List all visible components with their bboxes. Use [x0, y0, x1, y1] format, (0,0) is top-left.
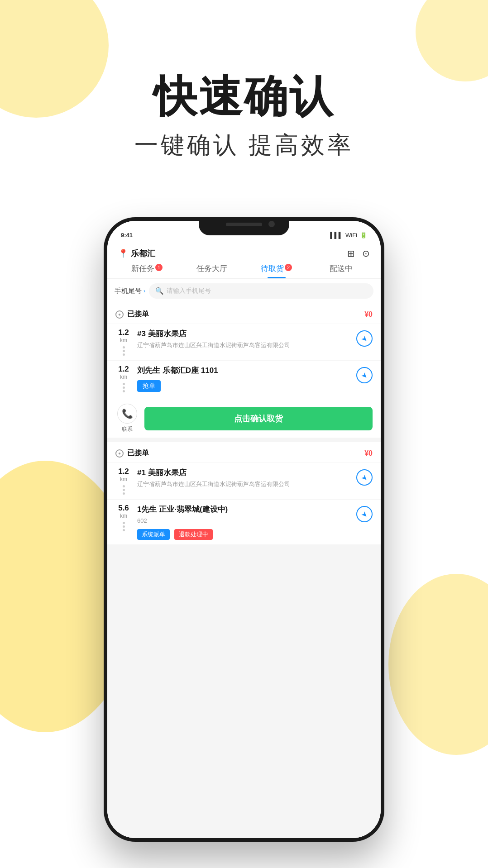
search-placeholder: 请输入手机尾号	[167, 287, 211, 295]
distance-col-2-2: 5.6 km	[115, 504, 132, 531]
distance-col-1-1: 1.2 km	[115, 329, 132, 356]
route-dots-2-2	[115, 522, 132, 531]
tag-system-dispatch: 系统派单	[137, 529, 170, 540]
fullscreen-icon[interactable]: ⊞	[347, 248, 355, 259]
nav-icon-1-1[interactable]: ➤	[356, 330, 373, 347]
screen-content: 9:41 ▌▌▌ WiFi 🔋 📍 乐都汇 ⊞ ⊙	[107, 221, 381, 838]
section-amount-2: ¥0	[364, 449, 373, 458]
hero-section: 快速确认 一键确认 提高效率	[0, 72, 488, 161]
grab-badge[interactable]: 抢单	[137, 380, 161, 392]
hero-title: 快速确认	[0, 72, 488, 120]
order-row-1-1: 1.2 km #3 美丽水果店	[115, 329, 373, 356]
search-icon: 🔍	[155, 287, 164, 295]
nav-arrow-1-2: ➤	[359, 370, 370, 381]
search-input-box[interactable]: 🔍 请输入手机尾号	[149, 283, 373, 299]
search-row: 手机尾号 › 🔍 请输入手机尾号	[107, 279, 381, 303]
orders-scroll[interactable]: ● 已接单 ¥0 1.2 km	[107, 303, 381, 838]
hero-subtitle: 一键确认 提高效率	[0, 129, 488, 161]
bg-blob-top-right	[416, 0, 488, 81]
target-icon[interactable]: ⊙	[362, 248, 370, 259]
order-item-1-2: 1.2 km 刘先生 乐都汇D座 1101	[107, 360, 381, 399]
location-name: 乐都汇	[131, 248, 155, 259]
location-icon: 📍	[118, 248, 128, 258]
order-info-2-2: 1先生 正业·翡翠城(建设中) 602 系统派单 退款处理中	[137, 504, 351, 540]
notch-speaker	[226, 223, 262, 226]
order-info-1-1: #3 美丽水果店 辽宁省葫芦岛市连山区兴工街道水泥街葫芦岛客运有限公司	[137, 329, 351, 350]
tabs-bar: 新任务1 任务大厅 待取货2 配送中	[107, 259, 381, 279]
contact-icon: 📞	[117, 404, 137, 424]
section-title-1: ● 已接单	[115, 310, 149, 319]
order-section-1: ● 已接单 ¥0 1.2 km	[107, 303, 381, 438]
tab-pending-pickup[interactable]: 待取货2	[244, 263, 309, 278]
order-tags-2-2: 系统派单 退款处理中	[137, 529, 351, 540]
confirm-pickup-button[interactable]: 点击确认取货	[144, 407, 373, 430]
nav-icon-1-2[interactable]: ➤	[356, 367, 373, 383]
route-dots-1-2	[115, 383, 132, 392]
nav-arrow-2-2: ➤	[359, 509, 370, 520]
section-amount-1: ¥0	[364, 310, 373, 319]
status-time: 9:41	[121, 232, 133, 238]
signal-icon: ▌▌▌	[330, 232, 343, 238]
tag-refund-processing: 退款处理中	[174, 529, 213, 540]
phone-notch	[199, 217, 289, 235]
section-header-2: ● 已接单 ¥0	[107, 442, 381, 463]
phone-frame: 9:41 ▌▌▌ WiFi 🔋 📍 乐都汇 ⊞ ⊙	[104, 217, 384, 842]
status-icons: ▌▌▌ WiFi 🔋	[330, 232, 367, 238]
distance-col-2-1: 1.2 km	[115, 467, 132, 495]
phone-screen: 9:41 ▌▌▌ WiFi 🔋 📍 乐都汇 ⊞ ⊙	[107, 221, 381, 838]
nav-arrow-2-1: ➤	[359, 472, 370, 483]
notch-camera	[268, 221, 275, 227]
order-item-2-1: 1.2 km #1 美丽水果店	[107, 463, 381, 499]
action-row-1: 📞 联系 点击确认取货	[107, 399, 381, 438]
order-row-2-1: 1.2 km #1 美丽水果店	[115, 467, 373, 495]
phone-mockup: 9:41 ▌▌▌ WiFi 🔋 📍 乐都汇 ⊞ ⊙	[104, 217, 384, 842]
order-info-2-1: #1 美丽水果店 辽宁省葫芦岛市连山区兴工街道水泥街葫芦岛客运有限公司	[137, 467, 351, 489]
order-item-1-1: 1.2 km #3 美丽水果店	[107, 324, 381, 360]
order-info-1-2: 刘先生 乐都汇D座 1101 抢单	[137, 365, 351, 395]
order-row-2-2: 5.6 km 1先生 正业·翡翠城(建设中)	[115, 504, 373, 540]
nav-icon-2-1[interactable]: ➤	[356, 469, 373, 486]
tab-task-hall[interactable]: 任务大厅	[179, 263, 244, 278]
wifi-icon: WiFi	[345, 232, 357, 238]
nav-icon-2-2[interactable]: ➤	[356, 506, 373, 522]
distance-col-1-2: 1.2 km	[115, 365, 132, 392]
battery-icon: 🔋	[360, 232, 367, 238]
route-dots-1-1	[115, 346, 132, 356]
bg-blob-bottom-right	[388, 574, 488, 755]
tab-delivering[interactable]: 配送中	[309, 263, 373, 278]
header-icons: ⊞ ⊙	[347, 248, 370, 259]
route-dots-2-1	[115, 485, 132, 495]
clock-icon-2: ●	[115, 449, 124, 458]
contact-button[interactable]: 📞 联系	[115, 404, 139, 433]
section-header-1: ● 已接单 ¥0	[107, 303, 381, 324]
phone-filter[interactable]: 手机尾号 ›	[115, 287, 145, 296]
nav-arrow-1-1: ➤	[359, 334, 370, 344]
app-header: 📍 乐都汇 ⊞ ⊙	[107, 244, 381, 259]
tab-new-task[interactable]: 新任务1	[115, 263, 179, 278]
clock-icon-1: ●	[115, 310, 124, 319]
order-item-2-2: 5.6 km 1先生 正业·翡翠城(建设中)	[107, 499, 381, 544]
order-row-1-2: 1.2 km 刘先生 乐都汇D座 1101	[115, 365, 373, 395]
section-title-2: ● 已接单	[115, 448, 149, 458]
order-section-2: ● 已接单 ¥0 1.2 km	[107, 442, 381, 544]
location-area[interactable]: 📍 乐都汇	[118, 248, 155, 259]
